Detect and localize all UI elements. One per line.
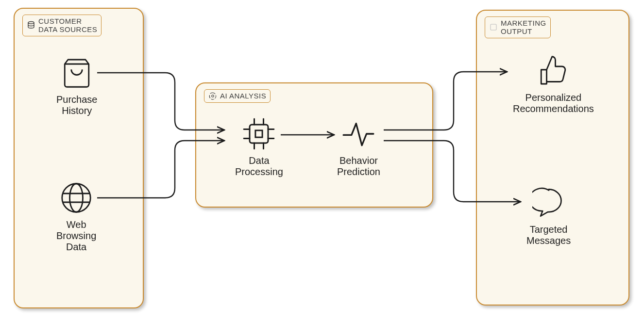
node-data-processing: Data Processing	[235, 115, 283, 177]
node-label-purchase: Purchase History	[56, 94, 98, 116]
svg-point-4	[70, 184, 83, 212]
group-customer-data-sources: CUSTOMER DATA SOURCES	[14, 8, 144, 308]
group-label-ai: AI ANALYSIS	[204, 89, 271, 103]
group-ai-analysis: AI ANALYSIS	[195, 82, 433, 208]
svg-rect-6	[255, 130, 262, 137]
node-behavior-prediction: Behavior Prediction	[337, 115, 380, 177]
svg-point-0	[28, 22, 34, 24]
node-label-recs: Personalized Recommendations	[513, 92, 594, 114]
activity-icon	[340, 115, 377, 152]
node-label-prediction: Behavior Prediction	[337, 155, 380, 177]
chat-bubble-icon	[530, 184, 567, 221]
cpu-chip-icon	[240, 115, 277, 152]
globe-icon	[58, 179, 95, 216]
node-personalized-recommendations: Personalized Recommendations	[513, 52, 594, 114]
svg-point-1	[212, 95, 214, 97]
group-title-inputs: CUSTOMER DATA SOURCES	[38, 17, 97, 34]
svg-rect-2	[491, 24, 496, 30]
shopping-bag-icon	[58, 54, 95, 91]
node-purchase-history: Purchase History	[56, 54, 98, 116]
diagram-canvas: CUSTOMER DATA SOURCES AI ANALYSIS	[0, 0, 644, 322]
node-label-messages: Targeted Messages	[526, 224, 571, 246]
node-targeted-messages: Targeted Messages	[526, 184, 571, 246]
ai-swirl-icon	[208, 92, 217, 100]
svg-point-3	[62, 184, 91, 212]
group-title-ai: AI ANALYSIS	[220, 92, 266, 100]
group-label-outputs: MARKETING OUTPUT	[485, 16, 551, 38]
group-title-outputs: MARKETING OUTPUT	[501, 19, 546, 36]
thumbs-up-icon	[535, 52, 572, 89]
database-icon	[27, 21, 35, 30]
node-label-processing: Data Processing	[235, 155, 283, 177]
group-label-inputs: CUSTOMER DATA SOURCES	[22, 15, 102, 36]
node-label-browsing: Web Browsing Data	[56, 219, 96, 253]
output-icon	[489, 23, 498, 32]
svg-rect-5	[250, 125, 268, 143]
node-web-browsing-data: Web Browsing Data	[56, 179, 96, 253]
